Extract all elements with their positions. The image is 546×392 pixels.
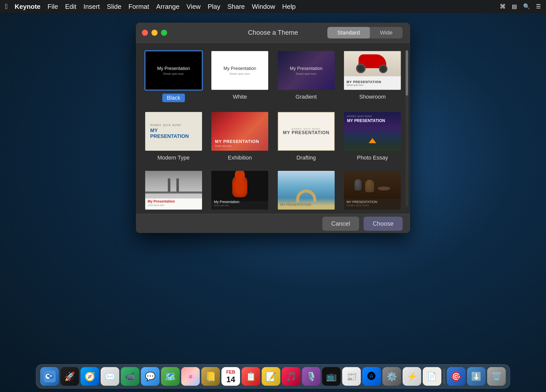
pot-2 — [365, 180, 374, 192]
dock-mail[interactable]: ✉️ — [101, 367, 119, 386]
dock-appstore[interactable]: 🅐 — [362, 367, 381, 386]
dock-launchpad[interactable]: 🚀 — [60, 367, 79, 386]
theme-thumbnail-gradient[interactable]: My Presentation Donec quis nunc — [277, 50, 335, 91]
theme-item-drafting[interactable]: DONEC QUIS NUNC MY PRESENTATION Drafting — [276, 111, 336, 161]
theme-item-artisan[interactable]: MY PRESENTATION DONEC QUIS NUNC Artisan — [342, 170, 403, 214]
scrollbar-thumb[interactable] — [406, 50, 408, 96]
classic-preview-title: My Presentation — [148, 199, 175, 203]
dock-appletv[interactable]: 📺 — [322, 367, 341, 386]
theme-thumbnail-artisan[interactable]: MY PRESENTATION DONEC QUIS NUNC — [343, 170, 402, 210]
dock-textedit[interactable]: 📄 — [423, 367, 441, 386]
display-icon[interactable]: ▤ — [512, 3, 517, 10]
trash-icon: 🗑️ — [491, 371, 502, 381]
siri-icon[interactable]: ⌘ — [500, 3, 506, 10]
window-menu[interactable]: Window — [252, 3, 275, 11]
dock-sysprefs[interactable]: ⚙️ — [382, 367, 401, 386]
dock-downloads[interactable]: ⬇️ — [467, 367, 486, 386]
dock-podcasts[interactable]: 🎙️ — [302, 367, 321, 386]
theme-row-2: DONEC QUIS NUNC MY PRESENTATION Modern T… — [143, 111, 403, 161]
theme-grid-scroll[interactable]: My Presentation Donec quis nunc Black My… — [136, 43, 410, 214]
theme-item-black[interactable]: My Presentation Donec quis nunc Black — [143, 50, 204, 102]
mail-icon: ✉️ — [105, 371, 115, 381]
dock-photos[interactable]: 🌸 — [181, 367, 200, 386]
gradient-preview-subtitle: Donec quis nunc — [296, 72, 317, 75]
theme-thumbnail-black[interactable]: My Presentation Donec quis nunc — [144, 50, 203, 91]
standard-segment[interactable]: Standard — [327, 27, 370, 38]
theme-item-slate[interactable]: My Presentation Donec quis nunc Slate — [210, 170, 270, 214]
dock-reminders[interactable]: 📋 — [242, 367, 260, 386]
view-menu[interactable]: View — [186, 3, 201, 11]
zoom-button[interactable] — [161, 30, 167, 36]
edit-menu[interactable]: Edit — [65, 3, 76, 11]
dock-trash[interactable]: 🗑️ — [487, 367, 506, 386]
dock-maps[interactable]: 🗺️ — [161, 367, 180, 386]
theme-label-photo-essay: Photo Essay — [357, 154, 388, 161]
theme-thumbnail-cream-paper[interactable]: quis nunc MY PRESENTATION — [277, 170, 335, 210]
theme-item-gradient[interactable]: My Presentation Donec quis nunc Gradient — [276, 50, 336, 102]
choose-button[interactable]: Choose — [364, 217, 403, 231]
theme-thumbnail-showroom[interactable]: MY PRESENTATION Donec quis nunc — [343, 50, 402, 91]
slide-menu[interactable]: Slide — [107, 3, 122, 11]
dock-facetime[interactable]: 📹 — [121, 367, 139, 386]
theme-item-classic[interactable]: My Presentation Lorem ipsum dolor Classi… — [143, 170, 204, 214]
share-menu[interactable]: Share — [227, 3, 245, 11]
dock-reeder[interactable]: ⚡ — [403, 367, 421, 386]
theme-thumbnail-classic[interactable]: My Presentation Lorem ipsum dolor — [144, 170, 203, 210]
classic-preview-subtitle: Lorem ipsum dolor — [148, 204, 175, 207]
theme-label-showroom: Showroom — [359, 94, 386, 100]
dock-stickies[interactable]: 📝 — [262, 367, 280, 386]
theme-thumbnail-white[interactable]: My Presentation Donec quis nunc — [211, 50, 269, 91]
close-button[interactable] — [142, 30, 148, 36]
file-menu[interactable]: File — [48, 3, 58, 11]
arrange-menu[interactable]: Arrange — [156, 3, 180, 11]
dock-notebook[interactable]: 📒 — [201, 367, 220, 386]
app-name-menu[interactable]: Keynote — [15, 3, 41, 11]
control-center-icon[interactable]: ☰ — [536, 3, 541, 10]
ocean-text: quis nunc MY PRESENTATION — [280, 200, 311, 207]
theme-item-photo-essay[interactable]: DONEC QUIS NUNC MY PRESENTATION Photo Es… — [342, 111, 403, 161]
theme-row-1: My Presentation Donec quis nunc Black My… — [143, 50, 403, 102]
theme-label-drafting: Drafting — [296, 154, 316, 161]
dialog-bottom-bar: Cancel Choose — [136, 214, 410, 233]
pot-1 — [355, 179, 362, 190]
dock-keynote[interactable]: 🎯 — [447, 367, 465, 386]
podcasts-icon: 🎙️ — [306, 371, 317, 381]
theme-thumbnail-modern-type[interactable]: DONEC QUIS NUNC MY PRESENTATION — [144, 111, 203, 151]
format-menu[interactable]: Format — [128, 3, 149, 11]
dock-news[interactable]: 📰 — [342, 367, 361, 386]
dock-messages[interactable]: 💬 — [141, 367, 160, 386]
theme-item-cream-paper[interactable]: quis nunc MY PRESENTATION Cream Paper — [276, 170, 336, 214]
bridge-tower-2 — [176, 178, 179, 193]
dock: 🚀 🧭 ✉️ 📹 💬 🗺️ 🌸 📒 FEB 14 📋 📝 🎵 🎙️ 📺 📰 — [36, 364, 510, 388]
theme-thumbnail-photo-essay[interactable]: DONEC QUIS NUNC MY PRESENTATION — [343, 111, 402, 151]
keynote-icon: 🎯 — [451, 371, 461, 381]
dock-music[interactable]: 🎵 — [282, 367, 300, 386]
theme-label-exhibition: Exhibition — [228, 154, 252, 161]
theme-item-modern-type[interactable]: DONEC QUIS NUNC MY PRESENTATION Modern T… — [143, 111, 204, 161]
apple-menu[interactable]:  — [5, 3, 8, 11]
theme-thumbnail-exhibition[interactable]: MY PRESENTATION Donec quis nunc — [211, 111, 269, 151]
cancel-button[interactable]: Cancel — [322, 217, 359, 231]
play-menu[interactable]: Play — [208, 3, 220, 11]
dock-safari[interactable]: 🧭 — [81, 367, 99, 386]
minimize-button[interactable] — [151, 30, 158, 36]
reeder-icon: ⚡ — [407, 371, 417, 381]
dock-finder[interactable] — [40, 367, 59, 386]
dock-calendar[interactable]: FEB 14 — [221, 367, 240, 386]
classic-text: My Presentation Lorem ipsum dolor — [148, 199, 175, 207]
artisan-text: MY PRESENTATION DONEC QUIS NUNC — [346, 200, 377, 207]
modern-type-sub: DONEC QUIS NUNC — [150, 124, 197, 127]
traffic-lights — [142, 30, 167, 36]
theme-item-showroom[interactable]: MY PRESENTATION Donec quis nunc Showroom — [342, 50, 403, 102]
theme-item-exhibition[interactable]: MY PRESENTATION Donec quis nunc Exhibiti… — [210, 111, 270, 161]
search-icon[interactable]: 🔍 — [523, 3, 530, 10]
white-preview-subtitle: Donec quis nunc — [229, 72, 250, 75]
help-menu[interactable]: Help — [282, 3, 296, 11]
theme-thumbnail-drafting[interactable]: DONEC QUIS NUNC MY PRESENTATION — [277, 111, 335, 151]
theme-item-white[interactable]: My Presentation Donec quis nunc White — [210, 50, 270, 102]
wide-segment[interactable]: Wide — [370, 27, 403, 38]
theme-thumbnail-slate[interactable]: My Presentation Donec quis nunc — [211, 170, 269, 210]
insert-menu[interactable]: Insert — [84, 3, 100, 11]
theme-label-slate: Slate — [233, 213, 246, 214]
photos-icon: 🌸 — [185, 371, 196, 381]
